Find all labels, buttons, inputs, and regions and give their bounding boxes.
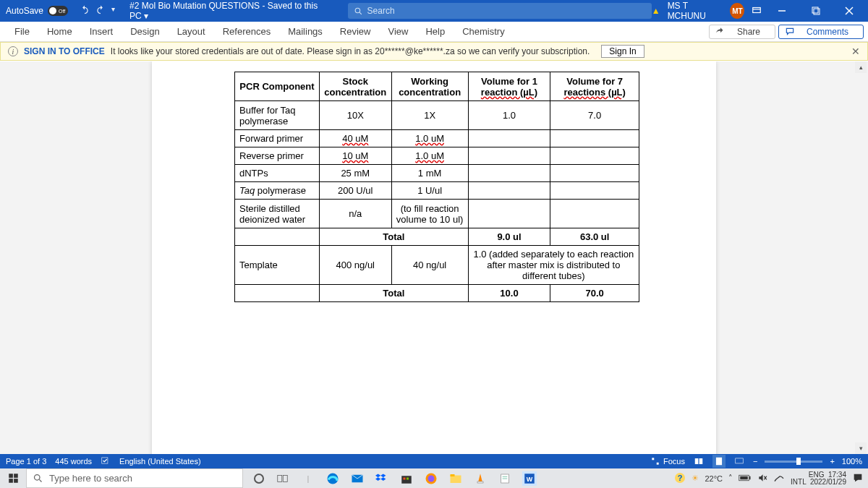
status-words[interactable]: 445 words xyxy=(55,457,92,466)
svg-point-0 xyxy=(355,8,360,13)
notifications-icon[interactable] xyxy=(852,472,864,485)
user-avatar[interactable]: MT xyxy=(730,3,744,19)
tab-insert[interactable]: Insert xyxy=(81,22,122,41)
ribbon-display-icon[interactable] xyxy=(752,5,762,17)
signin-close-icon[interactable]: ✕ xyxy=(851,46,860,57)
svg-rect-17 xyxy=(14,479,18,483)
cell xyxy=(235,228,320,246)
vlc-icon[interactable] xyxy=(473,471,488,486)
dropbox-icon[interactable] xyxy=(375,471,389,486)
focus-mode[interactable]: Focus xyxy=(650,456,685,466)
tab-home[interactable]: Home xyxy=(38,22,81,41)
weather-temp[interactable]: 22°C xyxy=(705,474,723,483)
search-icon xyxy=(354,7,363,16)
web-layout-icon[interactable] xyxy=(733,455,746,468)
status-language[interactable]: English (United States) xyxy=(119,457,201,466)
svg-rect-2 xyxy=(753,7,761,12)
pcr-table: PCR Component Stockconcentration Working… xyxy=(234,72,639,302)
search-placeholder: Search xyxy=(367,6,395,16)
word-icon[interactable]: W xyxy=(522,471,537,486)
tab-chemistry[interactable]: Chemistry xyxy=(454,22,514,41)
firefox-icon[interactable] xyxy=(424,471,438,486)
svg-point-20 xyxy=(255,474,263,483)
input-icon[interactable] xyxy=(773,473,785,484)
cell: 1.0 uM xyxy=(391,130,468,147)
tray-chevron-icon[interactable]: ˄ xyxy=(728,474,733,483)
status-page[interactable]: Page 1 of 3 xyxy=(6,457,46,466)
tab-references[interactable]: References xyxy=(214,22,279,41)
comments-button[interactable]: Comments xyxy=(778,25,864,39)
info-icon: i xyxy=(8,46,18,56)
tab-design[interactable]: Design xyxy=(122,22,168,41)
cell: 1 U/ul xyxy=(391,182,468,200)
svg-rect-22 xyxy=(283,475,287,481)
tab-view[interactable]: View xyxy=(379,22,417,41)
undo-icon[interactable] xyxy=(80,5,90,17)
svg-rect-14 xyxy=(9,474,13,478)
comments-label: Comments xyxy=(798,27,857,37)
warning-icon[interactable]: ▲ xyxy=(652,6,660,16)
cell: 25 mM xyxy=(319,165,391,182)
spellcheck-icon[interactable] xyxy=(101,455,111,467)
svg-rect-27 xyxy=(407,477,409,479)
cell xyxy=(468,200,550,228)
volume-icon[interactable] xyxy=(757,473,767,484)
taskbar-search[interactable]: Type here to search xyxy=(26,468,243,488)
explorer-icon[interactable] xyxy=(448,471,463,486)
cell: 1 mM xyxy=(391,165,468,182)
cell: 40 ng/ul xyxy=(391,246,468,285)
weather-icon[interactable]: ☀ xyxy=(692,474,699,483)
maximize-button[interactable] xyxy=(803,0,829,22)
tab-help[interactable]: Help xyxy=(417,22,454,41)
zoom-in[interactable]: + xyxy=(830,457,834,466)
svg-rect-15 xyxy=(14,474,18,478)
print-layout-icon[interactable] xyxy=(712,455,726,468)
scroll-up-button[interactable]: ▴ xyxy=(855,61,867,73)
tray-lang2[interactable]: INTL xyxy=(791,478,806,486)
autosave-state: Off xyxy=(59,9,65,14)
cell xyxy=(468,147,550,165)
redo-icon[interactable] xyxy=(95,5,106,17)
svg-rect-10 xyxy=(652,458,654,460)
signin-banner: i SIGN IN TO OFFICE It looks like your s… xyxy=(0,42,868,61)
battery-icon[interactable] xyxy=(739,474,752,483)
svg-rect-41 xyxy=(749,476,751,479)
tray-date[interactable]: 2022/01/29 xyxy=(810,478,846,486)
svg-rect-31 xyxy=(451,474,455,476)
zoom-slider[interactable] xyxy=(765,461,822,463)
close-button[interactable] xyxy=(836,0,862,22)
zoom-out[interactable]: − xyxy=(753,457,757,466)
minimize-button[interactable] xyxy=(769,0,795,22)
start-button[interactable] xyxy=(0,468,26,488)
th-vol7: Volume for 7reactions (µL) xyxy=(550,72,639,101)
tab-file[interactable]: File xyxy=(6,22,38,41)
cell xyxy=(468,165,550,182)
svg-rect-16 xyxy=(9,479,13,483)
share-button[interactable]: Share xyxy=(709,25,775,39)
tab-mailings[interactable]: Mailings xyxy=(279,22,331,41)
cortana-icon[interactable] xyxy=(252,471,266,486)
qat-more-icon[interactable]: ▾ xyxy=(111,5,115,17)
read-mode-icon[interactable] xyxy=(692,455,705,468)
edge-icon[interactable] xyxy=(326,471,340,486)
svg-rect-13 xyxy=(736,458,744,463)
search-input[interactable]: Search xyxy=(348,3,652,19)
svg-rect-9 xyxy=(102,458,108,463)
autosave-toggle[interactable]: Off xyxy=(48,6,68,16)
mail-icon[interactable] xyxy=(350,471,365,486)
tab-layout[interactable]: Layout xyxy=(169,22,214,41)
signin-title: SIGN IN TO OFFICE xyxy=(24,46,105,56)
store-icon[interactable] xyxy=(399,471,414,486)
taskview-icon[interactable] xyxy=(276,471,291,486)
zoom-level[interactable]: 100% xyxy=(842,457,862,466)
signin-button[interactable]: Sign In xyxy=(601,45,644,58)
scroll-down-button[interactable]: ▾ xyxy=(855,442,867,454)
cell xyxy=(550,165,639,182)
help-icon[interactable]: ? xyxy=(674,472,686,485)
tab-review[interactable]: Review xyxy=(331,22,380,41)
cell: Buffer for Taqpolymerase xyxy=(235,101,320,130)
document-page: PCR Component Stockconcentration Working… xyxy=(152,61,716,454)
wordpad-icon[interactable] xyxy=(498,471,512,486)
cell: Forward primer xyxy=(235,130,320,147)
svg-rect-30 xyxy=(451,475,461,483)
